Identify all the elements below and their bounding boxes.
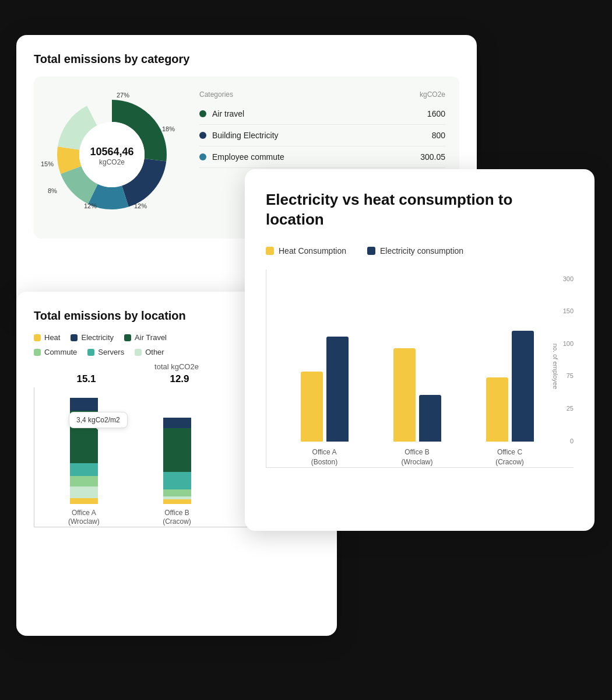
category-table: Categories kgCO2e Air travel 1600 Buildi… [199, 90, 445, 168]
g-bar-label-1: Office B(Wroclaw) [402, 447, 433, 467]
cat-table-header: Categories kgCO2e [199, 90, 445, 103]
donut-chart-wrap: 10564,46 kgCO2e 27% 18% 15% 8% 12% 12% [48, 90, 176, 221]
cat-name-1: Building Electricity [212, 131, 279, 140]
pct-12a: 12% [84, 202, 97, 209]
cat-row-2: Employee commute 300.05 [199, 146, 445, 168]
grouped-bars-2 [486, 331, 534, 442]
heat-bar-2 [486, 377, 508, 442]
legend-dot-air [124, 334, 131, 341]
elec-bar-0 [326, 337, 349, 442]
seg-heat-1 [163, 499, 191, 504]
tooltip-value: 3,4 kgCo2/m2 [76, 416, 120, 424]
cat-name-2: Employee commute [212, 152, 284, 162]
cat-name-0: Air travel [212, 109, 244, 118]
bar-label-1: Office B(Cracow) [163, 509, 191, 527]
card3-title: Electricity vs heat consumption to locat… [266, 190, 574, 230]
legend-label-servers: Servers [98, 348, 124, 356]
legend-servers: Servers [87, 348, 124, 356]
seg-commute-1 [163, 489, 191, 496]
pct-8: 8% [48, 187, 57, 194]
total-kgco2e-label: total kgCO2e [154, 362, 199, 371]
grouped-bars-0 [301, 337, 349, 442]
grouped-bars-1 [393, 348, 441, 442]
loc-val-0: 15.1 [40, 373, 133, 385]
elec-legend: Heat Consumption Electricity consumption [266, 246, 574, 256]
g-bar-label-2: Office C(Cracow) [495, 447, 524, 467]
legend-label-air: Air Travel [135, 333, 167, 342]
loc-val-1: 12.9 [133, 373, 226, 385]
elec-bar-1 [419, 395, 441, 442]
dot-employee [199, 153, 206, 160]
pct-15: 15% [41, 160, 54, 167]
heat-bar-0 [301, 372, 323, 442]
legend-label-heat: Heat [44, 333, 60, 342]
col-categories: Categories [199, 90, 233, 99]
cat-row-1: Building Electricity 800 [199, 125, 445, 146]
legend-elec-consumption: Electricity consumption [367, 246, 463, 256]
elec-label-elec: Electricity consumption [380, 246, 463, 256]
elec-label-heat: Heat Consumption [279, 246, 346, 256]
legend-dot-elec [71, 334, 78, 341]
donut-center: 10564,46 kgCO2e [90, 146, 133, 166]
seg-air-1 [163, 428, 191, 472]
elec-bar-2 [512, 331, 534, 442]
legend-label-commute: Commute [44, 348, 77, 356]
cat-row-0: Air travel 1600 [199, 103, 445, 125]
legend-dot-heat [34, 334, 41, 341]
card1-title: Total emissions by category [34, 52, 459, 66]
pct-27: 27% [117, 92, 129, 99]
bar-tooltip: 3,4 kgCo2/m2 [69, 412, 128, 428]
seg-heat-0 [70, 498, 98, 504]
grouped-wrap-2: Office C(Cracow) [463, 331, 556, 467]
col-kgco2e: kgCO2e [420, 90, 445, 99]
donut-value: 10564,46 [90, 146, 133, 158]
grouped-bar-chart: Office A(Boston) Office B(Wroclaw) Offic… [266, 270, 574, 468]
legend-dot-servers [87, 349, 94, 356]
elec-dot-heat [266, 247, 274, 255]
legend-dot-commute [34, 349, 41, 356]
dot-airtravel [199, 110, 206, 117]
g-bar-label-0: Office A(Boston) [311, 447, 337, 467]
dot-building-elec [199, 132, 206, 139]
grouped-bar-container: 300 150 100 75 25 0 no. of employee Offi… [266, 270, 574, 468]
legend-heat-consumption: Heat Consumption [266, 246, 346, 256]
heat-bar-1 [393, 348, 416, 442]
seg-servers-1 [163, 472, 191, 489]
seg-elec-0 [70, 398, 98, 411]
legend-commute: Commute [34, 348, 77, 356]
cat-val-2: 300.05 [420, 152, 445, 162]
pct-12b: 12% [134, 202, 147, 209]
bar-label-0: Office A(Wroclaw) [68, 509, 100, 527]
grouped-wrap-1: Office B(Wroclaw) [371, 348, 463, 467]
cat-val-0: 1600 [427, 109, 445, 118]
elec-dot-elec [367, 247, 375, 255]
legend-other: Other [135, 348, 164, 356]
grouped-wrap-0: Office A(Boston) [278, 337, 371, 467]
donut-unit: kgCO2e [90, 158, 133, 166]
card-electricity-heat: Electricity vs heat consumption to locat… [245, 169, 595, 531]
legend-label-elec: Electricity [81, 333, 114, 342]
bar-group-1: Office B(Cracow) [139, 418, 215, 527]
pct-18: 18% [162, 125, 175, 132]
legend-heat: Heat [34, 333, 60, 342]
stacked-bar-1 [163, 418, 191, 504]
seg-other-0 [70, 487, 98, 498]
legend-label-other: Other [145, 348, 164, 356]
seg-elec-1 [163, 418, 191, 428]
seg-commute-0 [70, 476, 98, 487]
legend-dot-other [135, 349, 142, 356]
legend-electricity: Electricity [71, 333, 114, 342]
seg-servers-0 [70, 463, 98, 476]
legend-airtravel: Air Travel [124, 333, 167, 342]
cat-val-1: 800 [432, 131, 445, 140]
